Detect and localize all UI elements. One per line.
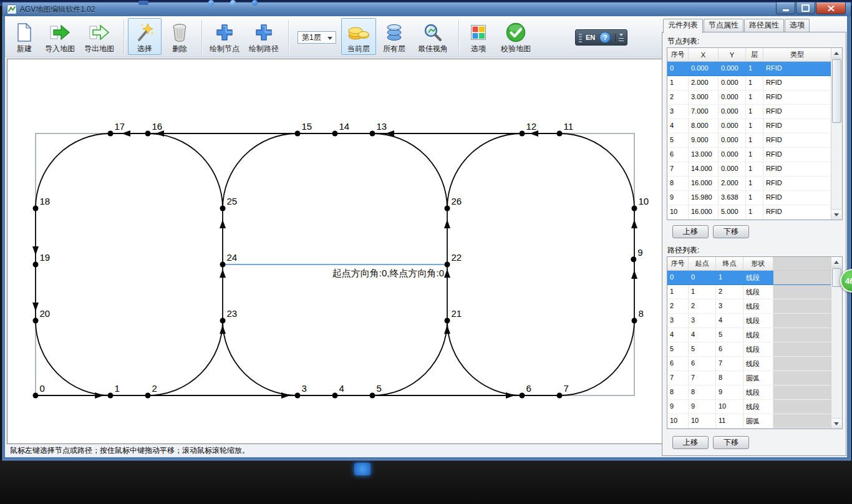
tab-path-properties[interactable]: 路径属性 — [744, 19, 784, 32]
table-row[interactable]: 778圆弧 — [667, 371, 842, 385]
path-move-down-button[interactable]: 下移 — [713, 436, 749, 449]
map-arc-path[interactable] — [36, 321, 110, 395]
column-header[interactable]: 终点 — [716, 257, 743, 270]
maximize-button[interactable] — [796, 2, 815, 14]
map-node[interactable] — [220, 206, 226, 211]
current-layer-button[interactable]: 当前层 — [341, 18, 376, 55]
map-canvas[interactable]: 0123456789101112131415161718192021222324… — [7, 59, 663, 444]
map-node[interactable] — [145, 131, 151, 137]
column-header[interactable]: 序号 — [667, 257, 689, 270]
agv-map[interactable]: 0123456789101112131415161718192021222324… — [7, 59, 662, 443]
map-node[interactable] — [295, 393, 301, 399]
scroll-down-button[interactable] — [831, 418, 841, 429]
table-row[interactable]: 59.0000.0001RFID — [667, 133, 842, 148]
langbar-options-icon[interactable] — [615, 34, 624, 41]
import-map-button[interactable]: 导入地图 — [41, 18, 79, 55]
map-arc-path[interactable] — [223, 321, 298, 395]
map-node[interactable] — [370, 131, 375, 137]
table-row[interactable]: 667线段 — [667, 357, 842, 371]
validate-map-button[interactable]: 校验地图 — [495, 18, 536, 55]
scroll-up-button[interactable] — [831, 257, 841, 268]
table-row[interactable]: 714.0000.0001RFID — [667, 162, 842, 177]
langbar-grip[interactable] — [579, 33, 582, 42]
map-node[interactable] — [220, 262, 226, 268]
close-button[interactable] — [816, 2, 846, 14]
agv-map-svg[interactable]: 0123456789101112131415161718192021222324… — [7, 59, 662, 443]
minimize-button[interactable] — [776, 2, 795, 14]
tab-node-properties[interactable]: 节点属性 — [704, 19, 743, 32]
draw-path-button[interactable]: 绘制路径 — [244, 18, 283, 55]
select-tool-button[interactable]: 选择 — [128, 18, 162, 55]
map-node[interactable] — [332, 393, 338, 399]
map-node[interactable] — [332, 131, 338, 137]
table-row[interactable]: 613.0000.0001RFID — [667, 148, 842, 162]
column-header[interactable]: 序号 — [667, 48, 689, 61]
map-node[interactable] — [33, 206, 39, 211]
all-layers-button[interactable]: 所有层 — [377, 18, 411, 55]
column-header[interactable]: 层 — [746, 48, 763, 61]
tab-component-list[interactable]: 元件列表 — [663, 19, 703, 33]
scroll-down-button[interactable] — [831, 209, 841, 220]
map-arc-path[interactable] — [447, 321, 522, 395]
table-row[interactable]: 334线段 — [667, 314, 842, 328]
table-row[interactable]: 816.0002.0001RFID — [667, 177, 842, 191]
table-row[interactable]: 101011圆弧 — [667, 414, 842, 429]
column-header[interactable]: 形状 — [743, 257, 773, 270]
column-header[interactable]: 起点 — [689, 257, 716, 270]
map-node[interactable] — [557, 131, 563, 137]
column-header[interactable]: X — [689, 48, 719, 61]
draw-node-button[interactable]: 绘制节点 — [206, 18, 243, 55]
taskbar-app-icon[interactable] — [208, 0, 214, 6]
best-view-button[interactable]: 最佳视角 — [412, 18, 453, 55]
column-header[interactable]: 类型 — [763, 48, 831, 61]
tab-options[interactable]: 选项 — [785, 19, 810, 32]
options-button[interactable]: 选项 — [463, 18, 494, 55]
node-move-up-button[interactable]: 上移 — [672, 225, 709, 238]
map-node[interactable] — [145, 393, 151, 399]
taskbar-item[interactable] — [138, 1, 148, 5]
table-row[interactable]: 9910线段 — [667, 400, 842, 414]
map-node[interactable] — [632, 206, 637, 211]
taskbar-app-icon[interactable] — [230, 0, 236, 6]
table-row[interactable]: 223线段 — [667, 299, 842, 314]
path-table[interactable]: 序号起点终点形状001线段112线段223线段334线段445线段556线段66… — [667, 256, 843, 429]
table-row[interactable]: 445线段 — [667, 328, 842, 342]
table-row[interactable]: 889线段 — [667, 385, 842, 400]
scroll-up-button[interactable] — [831, 48, 841, 59]
map-arc-path[interactable] — [559, 321, 634, 395]
map-node[interactable] — [33, 318, 39, 324]
table-row[interactable]: 23.0000.0001RFID — [667, 90, 842, 105]
taskbar-app-icon[interactable] — [252, 0, 258, 6]
map-node[interactable] — [295, 131, 301, 137]
map-node[interactable] — [33, 262, 39, 268]
map-node[interactable] — [108, 393, 114, 399]
map-node[interactable] — [520, 393, 525, 399]
export-map-button[interactable]: 导出地图 — [80, 18, 119, 55]
table-row[interactable]: 112线段 — [667, 285, 842, 299]
map-node[interactable] — [631, 256, 636, 262]
node-move-down-button[interactable]: 下移 — [713, 225, 749, 238]
map-node[interactable] — [370, 393, 375, 399]
path-move-up-button[interactable]: 上移 — [672, 436, 709, 449]
delete-button[interactable]: 删除 — [163, 18, 196, 55]
column-header[interactable]: Y — [719, 48, 746, 61]
help-icon[interactable]: ? — [599, 32, 611, 43]
table-row[interactable]: 556线段 — [667, 342, 842, 357]
table-row[interactable]: 12.0000.0001RFID — [667, 76, 842, 90]
language-label[interactable]: EN — [586, 34, 595, 41]
map-node[interactable] — [108, 131, 114, 137]
table-row[interactable]: 37.0000.0001RFID — [667, 105, 842, 119]
new-button[interactable]: 新建 — [9, 18, 40, 55]
titlebar[interactable]: AGV地图编辑软件1.02 — [2, 2, 851, 16]
map-node[interactable] — [557, 393, 563, 399]
map-node[interactable] — [445, 262, 450, 268]
map-arc-path[interactable] — [559, 133, 634, 208]
map-arc-path[interactable] — [372, 133, 447, 208]
map-node[interactable] — [445, 206, 450, 211]
map-node[interactable] — [445, 318, 450, 324]
map-node[interactable] — [220, 318, 226, 324]
scroll-thumb[interactable] — [832, 59, 841, 123]
scrollbar[interactable] — [831, 48, 842, 220]
table-row[interactable]: 001线段 — [667, 271, 842, 285]
map-arc-path[interactable] — [148, 321, 223, 395]
